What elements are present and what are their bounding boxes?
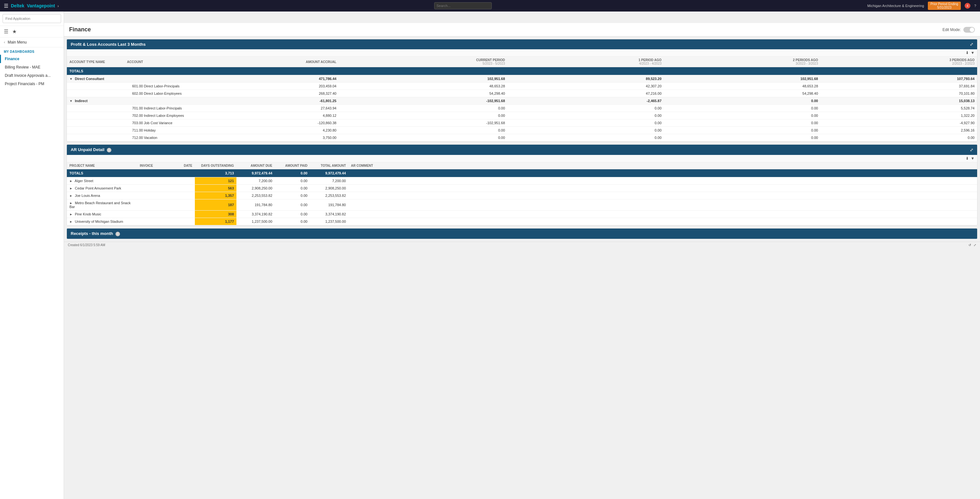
page-title: Finance: [69, 26, 91, 33]
footer-refresh-icon[interactable]: ↺: [969, 243, 971, 247]
pl-601-p1: 42,307.20: [508, 83, 664, 90]
footer-icons: ↺ ⤢: [969, 243, 976, 247]
ar-info-icon[interactable]: i: [107, 148, 111, 152]
pl-totals-row: TOTALS: [67, 67, 977, 75]
pl-row-711: 711.00 Holiday 4,230.80 0.00 0.00 0.00 2…: [67, 127, 977, 134]
pl-701-accrual: 27,643.94: [204, 105, 339, 112]
pl-direct-consultant-accrual: 471,786.44: [204, 75, 339, 83]
pl-702-p1: 0.00: [508, 112, 664, 120]
pl-totals-accrual: [204, 67, 339, 75]
sidebar-hamburger-icon[interactable]: ☰: [4, 29, 8, 35]
ar-filter-icon[interactable]: ▼: [971, 156, 975, 161]
ar-col-project: PROJECT NAME: [67, 162, 137, 169]
pl-702-current: 0.00: [339, 112, 508, 120]
pl-703-p1: 0.00: [508, 120, 664, 127]
ar-cedar-comment: [348, 185, 977, 192]
footer-expand-icon[interactable]: ⤢: [974, 243, 976, 247]
ar-download-icon[interactable]: ⬇: [966, 156, 969, 161]
ar-joe-amount-due: 2,253,553.82: [237, 192, 275, 199]
global-search-input[interactable]: [434, 2, 492, 9]
ar-panel-title: AR Unpaid Detail: [71, 147, 104, 152]
sidebar-item-billing-review[interactable]: Billing Review - MAE: [0, 63, 64, 72]
ar-alger-comment: [348, 177, 977, 185]
ar-um-comment: [348, 218, 977, 225]
notification-badge[interactable]: 4: [965, 3, 970, 9]
sidebar-item-project-financials[interactable]: Project Financials - PM: [0, 80, 64, 88]
edit-mode-row: Edit Mode:: [943, 27, 975, 33]
pl-expand-direct-icon[interactable]: ▼: [69, 77, 73, 81]
pl-601-p2: 48,653.28: [664, 83, 821, 90]
ar-col-comment: AR COMMENT: [348, 162, 977, 169]
ar-um-amount-due: 1,237,500.00: [237, 218, 275, 225]
ar-alger-date: [169, 177, 195, 185]
ar-expand-alger-icon[interactable]: ►: [69, 179, 73, 183]
pl-602-current: 54,298.40: [339, 90, 508, 97]
prior-period-date: 5/31/2023: [931, 6, 958, 9]
ar-table: PROJECT NAME INVOICE DATE DAYS OUTSTANDI…: [67, 162, 977, 225]
ar-expand-cedar-icon[interactable]: ►: [69, 187, 73, 190]
pl-download-icon[interactable]: ⬇: [966, 51, 969, 55]
ar-um-days: 1,177: [195, 218, 237, 225]
main-menu-item[interactable]: ‹ Main Menu: [0, 37, 64, 47]
pl-703-type: [67, 120, 124, 127]
ar-alger-invoice: [137, 177, 169, 185]
ar-cedar-date: [169, 185, 195, 192]
sidebar-item-finance[interactable]: Finance: [0, 55, 64, 63]
receipts-panel: Receipts - this month i: [67, 228, 977, 239]
question-icon[interactable]: ?: [974, 4, 976, 8]
ar-row-joe-louis: ► Joe Louis Arena 1,357 2,253,553.82 0.0…: [67, 192, 977, 199]
find-application-input[interactable]: [3, 14, 61, 23]
pl-601-accrual: 203,459.04: [204, 83, 339, 90]
pl-panel-title: Profit & Loss Accounts Last 3 Months: [71, 42, 146, 47]
edit-mode-toggle[interactable]: [963, 27, 975, 33]
pl-expand-indirect-icon[interactable]: ▼: [69, 99, 73, 103]
finance-header: Finance Edit Mode:: [64, 23, 980, 37]
pl-direct-consultant-name: ▼ Direct Consultant: [67, 75, 124, 83]
ar-totals-row: TOTALS 3,713 9,972,479.44 0.00 9,972,479…: [67, 169, 977, 177]
ar-cedar-name: ► Cedar Point Amusement Park: [67, 185, 137, 192]
ar-expand-metro-icon[interactable]: ►: [69, 201, 73, 205]
pl-totals-current: [339, 67, 508, 75]
ar-expand-icon[interactable]: ⤢: [970, 148, 973, 152]
ar-expand-um-icon[interactable]: ►: [69, 220, 73, 223]
pl-703-accrual: -120,860.38: [204, 120, 339, 127]
col-current-period: CURRENT PERIOD 5/2023 - 5/2023: [339, 57, 508, 67]
ar-joe-date: [169, 192, 195, 199]
pl-row-direct-consultant: ▼ Direct Consultant 471,786.44 102,951.6…: [67, 75, 977, 83]
pl-indirect-current: -102,951.68: [339, 97, 508, 105]
hamburger-icon[interactable]: ☰: [4, 3, 8, 9]
pl-703-p3: -4,927.90: [821, 120, 977, 127]
pl-602-p1: 47,216.00: [508, 90, 664, 97]
pl-direct-consultant-p1: 89,523.20: [508, 75, 664, 83]
receipts-panel-header: Receipts - this month i: [67, 228, 977, 239]
pl-row-703: 703.00 Job Cost Variance -120,860.38 -10…: [67, 120, 977, 127]
ar-metro-amount-due: 191,784.80: [237, 199, 275, 210]
col-amount-accrual: AMOUNT ACCRUAL: [204, 57, 339, 67]
ar-joe-comment: [348, 192, 977, 199]
pl-601-p3: 37,691.84: [821, 83, 977, 90]
pl-filter-icon[interactable]: ▼: [971, 51, 975, 55]
ar-um-invoice: [137, 218, 169, 225]
sidebar-item-draft-invoice[interactable]: Draft Invoice Approvals a...: [0, 72, 64, 80]
ar-metro-date: [169, 199, 195, 210]
receipts-info-icon[interactable]: i: [116, 232, 120, 236]
ar-expand-joe-icon[interactable]: ►: [69, 194, 73, 198]
ar-totals-label: TOTALS: [67, 169, 169, 177]
ar-totals-comment: [348, 169, 977, 177]
pl-expand-icon[interactable]: ⤢: [970, 42, 973, 47]
pl-panel-toolbar: ⬇ ▼: [67, 49, 977, 57]
col-account: ACCOUNT: [124, 57, 204, 67]
ar-totals-total: 9,972,479.44: [310, 169, 348, 177]
pl-row-601: 601.00 Direct Labor-Principals 203,459.0…: [67, 83, 977, 90]
ar-expand-pine-icon[interactable]: ►: [69, 212, 73, 216]
pl-602-accrual: 268,327.40: [204, 90, 339, 97]
pl-712-accrual: 3,750.00: [204, 134, 339, 142]
main-menu-label: Main Menu: [8, 40, 27, 45]
prior-period-badge[interactable]: Prior Period Ending 5/31/2023: [928, 2, 961, 10]
ar-alger-days: 121: [195, 177, 237, 185]
pl-711-p3: 2,596.16: [821, 127, 977, 134]
pl-totals-p3: [821, 67, 977, 75]
ar-cedar-days: 563: [195, 185, 237, 192]
sidebar-search-area: [0, 11, 64, 26]
sidebar-star-icon[interactable]: ★: [12, 29, 17, 35]
